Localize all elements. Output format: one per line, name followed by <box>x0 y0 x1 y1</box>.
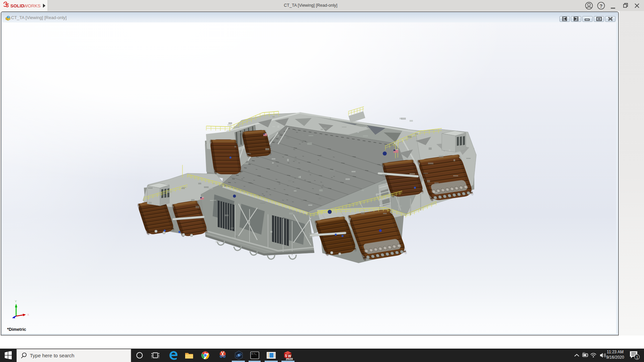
svg-text:X: X <box>27 313 29 316</box>
svg-text:1: 1 <box>636 355 638 359</box>
svg-text:SOLID: SOLID <box>10 3 24 8</box>
svg-text:2020: 2020 <box>286 357 293 361</box>
svg-text:C:\_: C:\_ <box>252 353 257 355</box>
svg-text:Y: Y <box>15 300 17 303</box>
svg-text:?: ? <box>600 3 603 9</box>
svg-text:WORKS: WORKS <box>23 3 41 8</box>
